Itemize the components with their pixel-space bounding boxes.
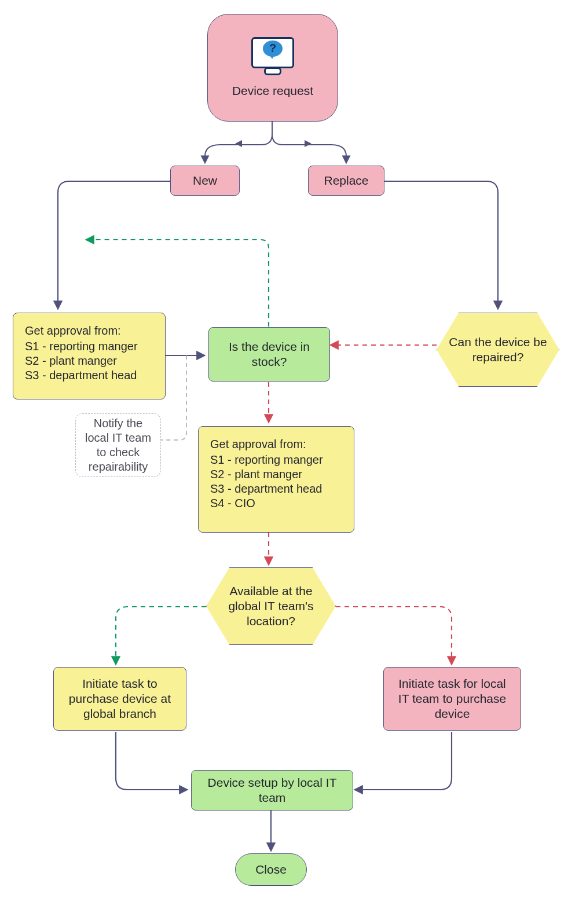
start-node: ? Device request [207,14,338,122]
approval-1-title: Get approval from: [25,324,153,338]
replace-node: Replace [308,166,384,196]
approval-2-l2: S2 - plant manger [210,467,342,482]
approval-2-node: Get approval from: S1 - reporting manger… [198,426,354,533]
approval-2-l3: S3 - department head [210,482,342,496]
device-request-icon: ? [247,37,299,78]
task-global-node: Initiate task to purchase device at glob… [53,667,186,731]
global-location-node: Available at the global IT team's locati… [206,567,336,645]
task-local-node: Initiate task for local IT team to purch… [383,667,521,731]
approval-2-title: Get approval from: [210,437,342,452]
in-stock-node: Is the device in stock? [208,327,330,382]
notify-note: Notify the local IT team to check repair… [75,413,161,477]
new-node: New [170,166,240,196]
approval-1-l2: S2 - plant manger [25,354,153,368]
repair-node: Can the device be repaired? [437,313,559,387]
device-setup-node: Device setup by local IT team [191,770,353,811]
approval-1-l3: S3 - department head [25,368,153,383]
approval-2-l1: S1 - reporting manger [210,453,342,467]
global-location-label: Available at the global IT team's locati… [206,567,336,645]
approval-1-l1: S1 - reporting manger [25,339,153,354]
start-label: Device request [232,83,313,98]
close-node: Close [235,853,307,886]
approval-1-node: Get approval from: S1 - reporting manger… [13,313,166,399]
repair-label: Can the device be repaired? [437,313,559,387]
approval-2-l4: S4 - CIO [210,496,342,511]
